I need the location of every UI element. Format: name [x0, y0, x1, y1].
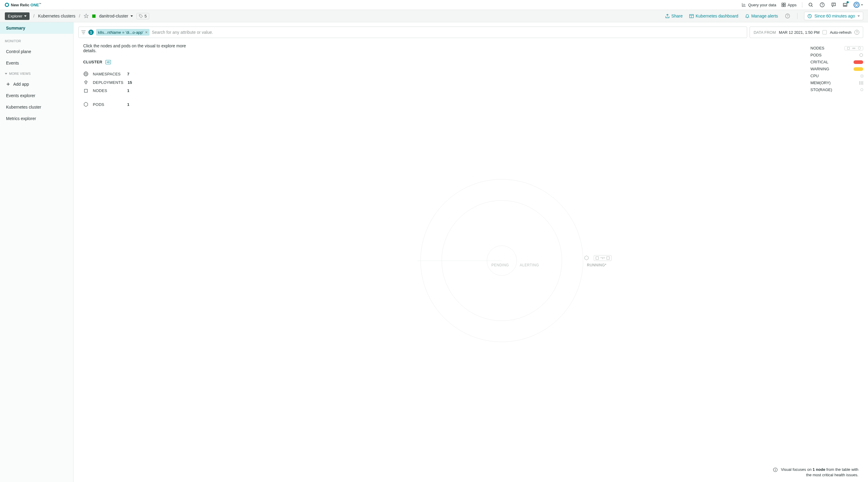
- legend-storage: STO(RAGE): [810, 86, 863, 93]
- auto-refresh-help[interactable]: ?: [855, 30, 859, 35]
- bars-icon: [601, 257, 604, 259]
- svg-rect-3: [784, 5, 785, 7]
- plus-icon: [6, 82, 10, 86]
- query-data-link[interactable]: Query your data: [741, 2, 776, 7]
- filter-input[interactable]: [152, 30, 745, 35]
- node-swatch: [844, 46, 863, 50]
- legend-pods: PODS: [810, 52, 863, 58]
- metric-nodes[interactable]: NODES 1: [83, 87, 193, 95]
- tag-icon: [139, 14, 143, 18]
- svg-point-12: [140, 15, 141, 16]
- manage-alerts-link[interactable]: Manage alerts: [745, 13, 778, 19]
- legend-warning: WARNING: [810, 65, 863, 73]
- notifications-button[interactable]: [842, 2, 848, 8]
- help-icon: ?: [785, 13, 790, 19]
- storage-swatch: [861, 88, 863, 91]
- chevron-down-icon: [861, 4, 863, 6]
- svg-rect-30: [596, 257, 598, 259]
- grid-icon: [781, 3, 786, 7]
- favorite-star[interactable]: [84, 13, 89, 19]
- critical-swatch: [854, 60, 863, 64]
- help-icon: ?: [820, 2, 825, 7]
- sidebar-events[interactable]: Events: [0, 57, 73, 69]
- time-picker[interactable]: Since 60 minutes ago: [804, 12, 863, 20]
- cluster-name-dropdown[interactable]: danitrod-cluster: [99, 13, 133, 19]
- legend-nodes: NODES: [810, 45, 863, 52]
- sidebar: Summary MONITOR Control plane Events MOR…: [0, 22, 73, 482]
- auto-refresh-label: Auto-refresh: [830, 30, 851, 35]
- square-icon: [607, 256, 610, 260]
- status-indicator: [92, 15, 96, 18]
- cluster-icon: [105, 60, 111, 64]
- svg-point-24: [107, 61, 107, 62]
- sidebar-summary[interactable]: Summary: [0, 22, 73, 34]
- brand-logo[interactable]: New Relic ONE™: [5, 3, 41, 7]
- hexagon-icon: [584, 255, 589, 260]
- avatar-icon: [854, 2, 860, 8]
- info-icon: [773, 467, 778, 472]
- sidebar-control-plane[interactable]: Control plane: [0, 46, 73, 57]
- chip-remove[interactable]: ×: [145, 30, 148, 35]
- explorer-dropdown[interactable]: Explorer: [5, 12, 30, 20]
- brand-icon: [5, 3, 9, 7]
- sidebar-events-explorer[interactable]: Events explorer: [0, 90, 73, 101]
- svg-line-5: [812, 6, 812, 7]
- dashboard-link[interactable]: Kubernetes dashboard: [689, 13, 738, 19]
- cluster-visual[interactable]: PENDING ALERTING RUNNING*: [199, 44, 804, 478]
- sidebar-more-views-toggle[interactable]: MORE VIEWS: [0, 69, 73, 79]
- svg-rect-29: [84, 89, 87, 92]
- filter-bar[interactable]: 1 k8s...ntName = 'di...o-app' ×: [79, 27, 747, 38]
- globe-icon: [83, 72, 89, 76]
- help-contextual[interactable]: ?: [784, 13, 790, 19]
- legend-critical: CRITICAL: [810, 58, 863, 65]
- svg-rect-1: [784, 3, 785, 4]
- dashboard-icon: [689, 14, 694, 19]
- breadcrumb-clusters[interactable]: Kubernetes clusters: [38, 13, 75, 19]
- breadcrumb-separator: /: [33, 13, 34, 19]
- running-node-marker[interactable]: [594, 255, 612, 261]
- chevron-down-icon: [24, 16, 27, 17]
- filter-chip[interactable]: k8s...ntName = 'di...o-app' ×: [96, 29, 150, 36]
- help-button[interactable]: ?: [819, 2, 825, 8]
- hexagon-icon: [859, 53, 863, 57]
- sidebar-k8s-cluster[interactable]: Kubernetes cluster: [0, 101, 73, 113]
- brand-text: New Relic ONE™: [11, 3, 41, 7]
- data-from-value: MAR 12 2021, 1:50 PM: [779, 30, 819, 35]
- metric-pods[interactable]: PODS 1: [83, 100, 193, 109]
- auto-refresh-checkbox[interactable]: [823, 30, 827, 34]
- svg-rect-0: [782, 3, 783, 4]
- feedback-button[interactable]: [831, 2, 837, 8]
- svg-rect-25: [108, 61, 110, 63]
- data-from-label: DATA FROM: [753, 30, 776, 35]
- legend-cpu: CPU: [810, 73, 863, 79]
- bell-icon: [745, 14, 749, 19]
- svg-rect-31: [607, 257, 610, 259]
- chevron-down-icon: [858, 16, 860, 17]
- metric-namespaces[interactable]: NAMESPACES 7: [83, 70, 193, 78]
- chat-icon: [831, 2, 836, 7]
- metric-deployments[interactable]: DEPLOYMENTS 15: [83, 78, 193, 87]
- running-pod-marker[interactable]: [584, 255, 589, 260]
- apps-link[interactable]: Apps: [781, 3, 797, 7]
- sidebar-add-app[interactable]: Add app: [0, 79, 73, 90]
- memory-swatch: [859, 81, 863, 85]
- svg-point-4: [809, 3, 812, 6]
- user-menu[interactable]: [854, 2, 863, 8]
- chevron-down-icon: [5, 73, 7, 75]
- upload-icon: [83, 80, 89, 85]
- chart-icon: [741, 2, 746, 7]
- legend: NODES PODS CRITICAL WARNING: [810, 44, 863, 478]
- tags-chip[interactable]: 5: [136, 13, 149, 19]
- square-icon: [83, 89, 89, 93]
- svg-point-34: [775, 469, 776, 469]
- breadcrumb-separator: /: [79, 13, 80, 19]
- star-icon: [84, 13, 89, 19]
- search-button[interactable]: [808, 2, 814, 8]
- warning-swatch: [854, 67, 863, 71]
- share-button[interactable]: Share: [665, 13, 683, 19]
- sidebar-metrics-explorer[interactable]: Metrics explorer: [0, 113, 73, 124]
- filter-count-badge: 1: [88, 30, 94, 35]
- hexagon-icon: [83, 102, 89, 107]
- svg-rect-2: [782, 5, 783, 7]
- cluster-title: CLUSTER: [83, 60, 193, 64]
